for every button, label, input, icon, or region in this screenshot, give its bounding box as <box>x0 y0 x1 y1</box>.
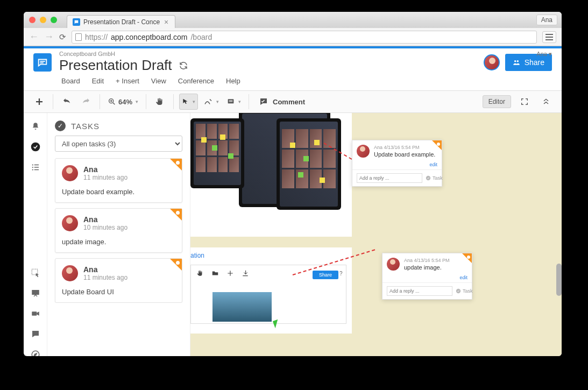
tab-title: Presentation Draft - Conce <box>83 18 160 26</box>
task-card[interactable]: Ana 11 minutes ago Update Board UI <box>55 258 182 303</box>
task-list: Ana 11 minutes ago Update board example.… <box>47 158 190 303</box>
select-area-button[interactable] <box>30 267 41 279</box>
menu-conference[interactable]: Conference <box>178 77 214 85</box>
back-button[interactable]: ← <box>29 31 39 42</box>
tab-close-button[interactable]: × <box>163 19 169 25</box>
conceptboard-logo-icon[interactable] <box>33 53 52 72</box>
task-status-corner-icon <box>170 259 182 271</box>
avatar <box>62 165 78 181</box>
app-header: Conceptboard GmbH Presentation Draft Sha… <box>24 48 562 74</box>
svg-rect-14 <box>32 290 39 295</box>
task-status-corner-icon <box>432 140 442 150</box>
canvas-label: ation <box>190 252 204 259</box>
people-icon <box>513 59 520 66</box>
tasks-filter-select[interactable]: All open tasks (3) <box>55 136 182 152</box>
menu-help[interactable]: Help <box>226 77 240 85</box>
outline-button[interactable] <box>30 161 41 173</box>
svg-point-7 <box>32 164 33 165</box>
window-fullscreen-button[interactable] <box>51 17 57 23</box>
draw-tool[interactable]: ▾ <box>201 94 221 110</box>
favicon-icon <box>73 18 80 26</box>
browser-tab[interactable]: Presentation Draft - Conce × <box>67 15 175 28</box>
tasks-heading: TASKS <box>71 122 100 131</box>
task-card[interactable]: Ana 10 minutes ago update image. <box>55 208 182 253</box>
zoom-tool[interactable]: 64% ▾ <box>105 94 140 110</box>
address-bar[interactable]: https://app.conceptboard.com/board <box>72 31 537 44</box>
browser-urlbar: ← → ⟳ https://app.conceptboard.com/board <box>24 28 562 46</box>
svg-point-11 <box>32 169 33 170</box>
reload-button[interactable]: ⟳ <box>59 32 66 42</box>
svg-point-9 <box>32 167 33 168</box>
avatar <box>357 145 370 158</box>
plus-icon <box>226 270 234 277</box>
download-icon <box>242 270 249 277</box>
menu-edit[interactable]: Edit <box>92 77 104 85</box>
zoom-value: 64% <box>118 98 132 106</box>
browser-window: Presentation Draft - Conce × Ana ← → ⟳ h… <box>24 12 562 356</box>
task-author: Ana <box>83 165 127 174</box>
comment-edit-link[interactable]: edit <box>382 275 472 282</box>
task-time: 11 minutes ago <box>83 174 127 181</box>
task-card[interactable]: Ana 11 minutes ago Update board example. <box>55 158 182 203</box>
task-status-corner-icon <box>170 159 182 171</box>
user-avatar[interactable] <box>484 54 500 70</box>
video-button[interactable] <box>30 308 41 320</box>
window-close-button[interactable] <box>29 17 36 23</box>
canvas-image[interactable]: Share ? <box>190 265 346 324</box>
canvas-image-grid <box>282 129 336 188</box>
sync-icon[interactable] <box>179 61 188 70</box>
main-area: ✓ TASKS All open tasks (3) Ana 11 minute… <box>24 113 562 356</box>
explore-button[interactable] <box>30 349 41 356</box>
menu-insert[interactable]: + Insert <box>116 77 139 85</box>
window-minimize-button[interactable] <box>40 17 46 23</box>
menu-view[interactable]: View <box>151 77 166 85</box>
scrollbar-thumb[interactable] <box>556 264 562 296</box>
folder-icon <box>211 270 219 277</box>
forward-button[interactable]: → <box>44 31 54 42</box>
browser-profile-button[interactable]: Ana <box>536 15 557 25</box>
pointer-tool[interactable]: ▾ <box>179 94 198 110</box>
mark-task-button[interactable]: Task <box>456 288 473 294</box>
svg-rect-4 <box>229 100 233 101</box>
task-status-corner-icon <box>462 253 472 263</box>
role-indicator[interactable]: Editor <box>483 95 511 108</box>
comment-meta: Ana 4/13/16 5:54 PM <box>374 145 435 150</box>
share-label: Share <box>525 58 544 67</box>
avatar <box>387 258 400 271</box>
present-button[interactable] <box>30 287 41 299</box>
notifications-button[interactable] <box>30 120 41 132</box>
menu-board[interactable]: Board <box>61 77 80 85</box>
redo-button[interactable] <box>78 94 94 110</box>
comment-edit-link[interactable]: edit <box>352 162 442 169</box>
comment-label: Comment <box>273 98 305 106</box>
board-title[interactable]: Presentation Draft <box>59 57 172 74</box>
undo-button[interactable] <box>59 94 75 110</box>
svg-rect-8 <box>34 165 38 166</box>
svg-rect-12 <box>34 169 38 171</box>
tasks-panel: ✓ TASKS All open tasks (3) Ana 11 minute… <box>47 113 190 356</box>
collapse-button[interactable] <box>538 94 554 110</box>
comment-text: update image. <box>404 264 450 271</box>
board-canvas[interactable]: ation Share ? <box>190 113 562 356</box>
pan-tool[interactable] <box>152 94 168 110</box>
share-mini-button: Share <box>313 271 338 279</box>
comment-popup[interactable]: Ana 4/13/16 5:54 PM update image. edit T… <box>382 253 472 300</box>
comment-reply-input[interactable] <box>357 173 422 183</box>
comment-popup[interactable]: Ana 4/13/16 5:54 PM Update board example… <box>352 140 442 187</box>
insert-button[interactable] <box>31 94 47 110</box>
url-scheme: https:// <box>85 33 108 41</box>
svg-rect-5 <box>229 101 233 102</box>
browser-menu-button[interactable] <box>542 31 556 43</box>
user-menu-dropdown[interactable]: Ana ▾ <box>536 51 552 58</box>
fullscreen-button[interactable] <box>516 94 533 110</box>
tasks-button[interactable] <box>30 141 41 153</box>
url-path: /board <box>190 33 212 41</box>
chat-button[interactable] <box>30 328 41 340</box>
svg-rect-15 <box>32 311 37 316</box>
page-icon <box>75 33 82 41</box>
comment-button[interactable]: Comment <box>254 94 309 110</box>
comment-reply-input[interactable] <box>387 286 452 296</box>
mark-task-button[interactable]: Task <box>426 175 443 181</box>
avatar <box>62 265 78 281</box>
shape-tool[interactable]: ▾ <box>224 94 243 110</box>
